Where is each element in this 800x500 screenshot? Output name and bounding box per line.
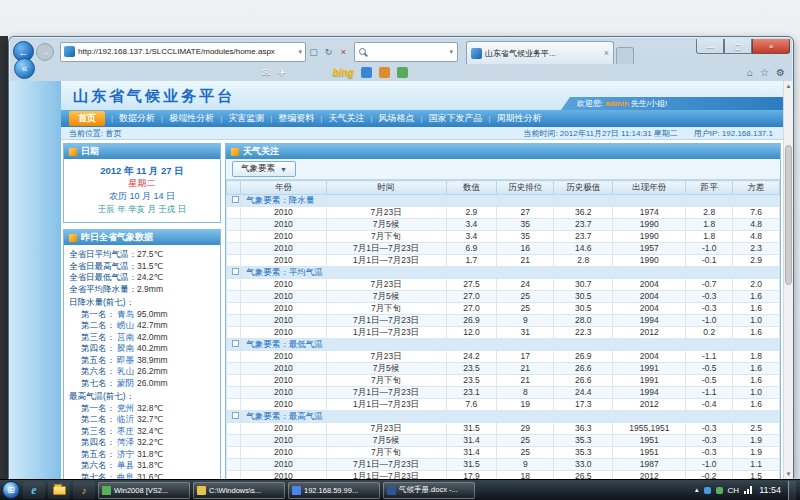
nav-item-0[interactable]: 首页: [69, 111, 105, 126]
table-row[interactable]: 20101月1日—7月23日7.61917.32012-0.41.6: [227, 399, 780, 411]
tab-close-icon[interactable]: ×: [604, 48, 609, 58]
favorites-star-icon[interactable]: ☆: [760, 67, 769, 78]
taskbar-ie-icon[interactable]: e: [23, 482, 45, 499]
vertical-scrollbar[interactable]: ▲ ▼: [783, 81, 793, 479]
nav-item-7[interactable]: 国家下发产品: [429, 112, 483, 125]
station-link[interactable]: 蒙阴: [117, 378, 134, 388]
station-link[interactable]: 即墨: [117, 355, 134, 365]
search-box[interactable]: ▾: [354, 42, 458, 62]
settings-gear-icon[interactable]: ⚙: [776, 67, 785, 78]
column-header[interactable]: 数值: [446, 181, 497, 195]
table-row[interactable]: 20107月下旬31.42535.31951-0.31.9: [227, 447, 780, 459]
table-row[interactable]: 20107月1日—7月23日6.91614.61957-1.02.3: [227, 243, 780, 255]
taskbar-button-1[interactable]: C:\Windows\s...: [193, 482, 285, 499]
station-link[interactable]: 兖州: [117, 403, 134, 413]
send-mail-icon[interactable]: ✈: [277, 67, 285, 78]
station-link[interactable]: 莒南: [117, 332, 134, 342]
taskbar-button-0[interactable]: Win2008 [VS2...: [98, 482, 190, 499]
group-row[interactable]: 气象要素：降水量: [227, 195, 780, 207]
nav-item-2[interactable]: 极端性分析: [169, 112, 214, 125]
page-logo-badge[interactable]: «: [14, 58, 35, 79]
table-row[interactable]: 20101月1日—7月23日1.7212.81990-0.12.9: [227, 255, 780, 267]
bing-logo[interactable]: bing: [333, 67, 354, 78]
column-header[interactable]: 方差: [733, 181, 780, 195]
group-row[interactable]: 气象要素：最低气温: [227, 339, 780, 351]
nav-item-1[interactable]: 数据分析: [119, 112, 155, 125]
tray-icon-1[interactable]: [704, 487, 711, 494]
search-input[interactable]: [370, 47, 445, 56]
expand-icon[interactable]: [232, 268, 239, 275]
language-indicator[interactable]: CH: [728, 486, 740, 495]
clock[interactable]: 11:54: [759, 485, 781, 495]
nav-item-8[interactable]: 周期性分析: [497, 112, 542, 125]
taskbar-media-icon[interactable]: ♪: [73, 482, 95, 499]
element-filter-button[interactable]: 气象要素 ▼: [232, 161, 296, 177]
taskbar-button-3[interactable]: 气候手册.docx -...: [383, 482, 475, 499]
show-desktop-button[interactable]: [788, 481, 796, 500]
plugin-icon-3[interactable]: [397, 67, 408, 78]
browser-tab[interactable]: 山东省气候业务平... ×: [466, 41, 614, 64]
url-text[interactable]: http://192.168.137.1/SLCCLIMATE/modules/…: [78, 47, 295, 56]
maximize-button[interactable]: ▢: [724, 39, 752, 54]
table-row[interactable]: 20107月23日24.21726.92004-1.11.8: [227, 351, 780, 363]
station-link[interactable]: 单县: [117, 460, 134, 470]
taskbar-explorer-icon[interactable]: [48, 482, 70, 499]
scroll-down-icon[interactable]: ▼: [784, 469, 793, 479]
table-row[interactable]: 20107月1日—7月23日31.5933.01987-1.01.1: [227, 459, 780, 471]
station-link[interactable]: 崂山: [117, 320, 134, 330]
table-row[interactable]: 20107月5候23.52126.61991-0.51.6: [227, 363, 780, 375]
station-link[interactable]: 乳山: [117, 366, 134, 376]
table-row[interactable]: 20107月下旬23.52126.61991-0.51.6: [227, 375, 780, 387]
table-row[interactable]: 20107月23日27.52430.72004-0.72.0: [227, 279, 780, 291]
home-icon[interactable]: ⌂: [747, 67, 753, 78]
refresh-icon[interactable]: ↻: [321, 43, 336, 61]
expand-icon[interactable]: [232, 196, 239, 203]
station-link[interactable]: 临沂: [117, 414, 134, 424]
expand-icon[interactable]: [232, 412, 239, 419]
column-header[interactable]: 历史极值: [554, 181, 613, 195]
scroll-up-icon[interactable]: ▲: [784, 81, 793, 91]
plugin-icon-1[interactable]: [361, 67, 372, 78]
column-header[interactable]: 年份: [241, 181, 326, 195]
search-dropdown-icon[interactable]: ▾: [449, 48, 453, 56]
plugin-icon-2[interactable]: [379, 67, 390, 78]
column-header[interactable]: 时间: [326, 181, 446, 195]
mail-icon[interactable]: ✉: [262, 67, 270, 78]
new-tab-button[interactable]: [616, 47, 634, 64]
nav-item-3[interactable]: 灾害监测: [228, 112, 264, 125]
column-header[interactable]: 出现年份: [613, 181, 686, 195]
compatibility-view-icon[interactable]: ▢: [306, 43, 321, 61]
station-link[interactable]: 济宁: [117, 449, 134, 459]
column-header[interactable]: 距平: [686, 181, 733, 195]
search-icon[interactable]: [359, 48, 366, 55]
station-link[interactable]: 胶南: [117, 343, 134, 353]
table-row[interactable]: 20107月下旬3.43523.719901.84.8: [227, 231, 780, 243]
expand-icon[interactable]: [232, 340, 239, 347]
table-row[interactable]: 20107月23日2.92736.219742.87.6: [227, 207, 780, 219]
nav-item-6[interactable]: 风场格点: [378, 112, 414, 125]
close-button[interactable]: ×: [752, 39, 790, 54]
column-header[interactable]: 历史排位: [497, 181, 554, 195]
address-dropdown-icon[interactable]: ▾: [298, 48, 302, 56]
table-row[interactable]: 20101月1日—7月23日12.03122.320120.21.6: [227, 327, 780, 339]
network-icon[interactable]: [744, 486, 752, 494]
group-row[interactable]: 气象要素：平均气温: [227, 267, 780, 279]
tab-title[interactable]: 山东省气候业务平...: [485, 48, 601, 59]
table-row[interactable]: 20101月1日—7月23日17.91826.52012-0.21.5: [227, 471, 780, 480]
station-link[interactable]: 枣庄: [117, 426, 134, 436]
stop-icon[interactable]: ×: [336, 43, 351, 61]
taskbar-button-2[interactable]: 192.168.59.99...: [288, 482, 380, 499]
table-row[interactable]: 20107月5候27.02530.52004-0.31.6: [227, 291, 780, 303]
table-row[interactable]: 20107月5候31.42535.31951-0.31.9: [227, 435, 780, 447]
nav-item-4[interactable]: 整编资料: [278, 112, 314, 125]
table-row[interactable]: 20107月下旬27.02530.52004-0.31.6: [227, 303, 780, 315]
tray-expand-icon[interactable]: ▴: [695, 486, 699, 494]
minimize-button[interactable]: —: [696, 39, 724, 54]
nav-item-5[interactable]: 天气关注: [328, 112, 364, 125]
table-row[interactable]: 20107月5候3.43523.719901.84.8: [227, 219, 780, 231]
group-row[interactable]: 气象要素：最高气温: [227, 411, 780, 423]
address-bar[interactable]: http://192.168.137.1/SLCCLIMATE/modules/…: [60, 42, 306, 62]
station-link[interactable]: 菏泽: [117, 437, 134, 447]
table-row[interactable]: 20107月1日—7月23日26.9928.01994-1.01.0: [227, 315, 780, 327]
tray-icon-2[interactable]: [716, 487, 723, 494]
